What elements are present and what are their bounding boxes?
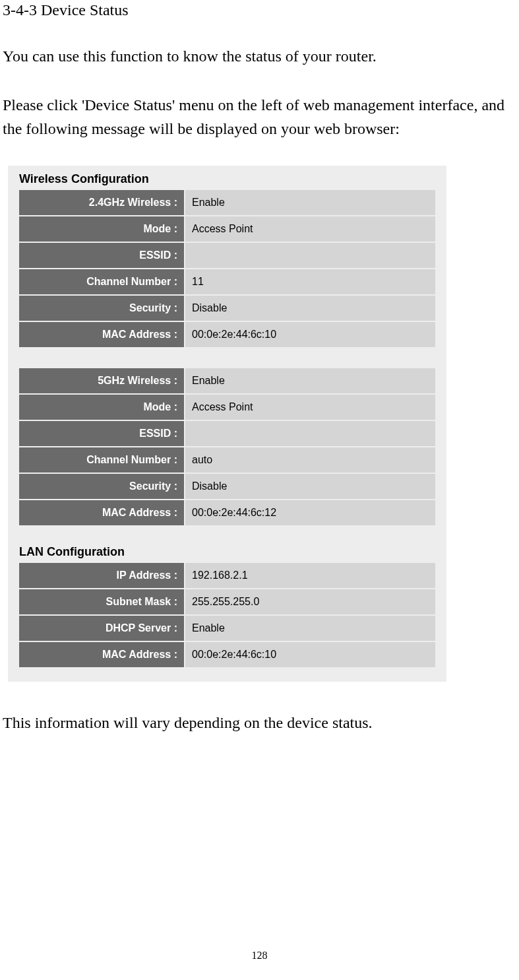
label-24ghz-mac: MAC Address : — [19, 322, 184, 347]
closing-text: This information will vary depending on … — [3, 711, 516, 735]
label-24ghz-essid: ESSID : — [19, 243, 184, 268]
table-row: ESSID : — [19, 421, 435, 446]
label-5ghz-wireless: 5GHz Wireless : — [19, 368, 184, 393]
label-lan-subnet: Subnet Mask : — [19, 589, 184, 614]
table-row: 2.4GHz Wireless : Enable — [19, 190, 435, 215]
router-config-screenshot: Wireless Configuration 2.4GHz Wireless :… — [8, 166, 446, 682]
value-24ghz-channel: 11 — [185, 269, 435, 294]
lan-config-table: IP Address : 192.168.2.1 Subnet Mask : 2… — [18, 562, 437, 669]
value-lan-mac: 00:0e:2e:44:6c:10 — [185, 642, 435, 667]
value-lan-subnet: 255.255.255.0 — [185, 589, 435, 614]
value-24ghz-mac: 00:0e:2e:44:6c:10 — [185, 322, 435, 347]
value-5ghz-security: Disable — [185, 474, 435, 499]
lan-config-header: LAN Configuration — [19, 545, 437, 559]
table-row: Subnet Mask : 255.255.255.0 — [19, 589, 435, 614]
intro-text: You can use this function to know the st… — [3, 44, 516, 68]
instruction-text: Please click 'Device Status' menu on the… — [3, 93, 516, 141]
value-24ghz-mode: Access Point — [185, 216, 435, 242]
wireless-5ghz-table: 5GHz Wireless : Enable Mode : Access Poi… — [18, 367, 437, 527]
label-5ghz-channel: Channel Number : — [19, 447, 184, 473]
wireless-24ghz-table: 2.4GHz Wireless : Enable Mode : Access P… — [18, 189, 437, 348]
table-row: 5GHz Wireless : Enable — [19, 368, 435, 393]
value-5ghz-mac: 00:0e:2e:44:6c:12 — [185, 500, 435, 525]
table-row: Channel Number : 11 — [19, 269, 435, 294]
value-24ghz-security: Disable — [185, 296, 435, 321]
value-5ghz-mode: Access Point — [185, 395, 435, 420]
value-5ghz-channel: auto — [185, 447, 435, 473]
value-lan-ip: 192.168.2.1 — [185, 563, 435, 588]
label-lan-mac: MAC Address : — [19, 642, 184, 667]
table-row: Security : Disable — [19, 474, 435, 499]
label-5ghz-essid: ESSID : — [19, 421, 184, 446]
label-5ghz-mac: MAC Address : — [19, 500, 184, 525]
label-5ghz-security: Security : — [19, 474, 184, 499]
label-24ghz-security: Security : — [19, 296, 184, 321]
table-row: Mode : Access Point — [19, 395, 435, 420]
value-24ghz-wireless: Enable — [185, 190, 435, 215]
table-row: MAC Address : 00:0e:2e:44:6c:10 — [19, 642, 435, 667]
table-row: Channel Number : auto — [19, 447, 435, 473]
label-lan-ip: IP Address : — [19, 563, 184, 588]
section-title: 3-4-3 Device Status — [3, 1, 516, 19]
label-lan-dhcp: DHCP Server : — [19, 616, 184, 641]
value-lan-dhcp: Enable — [185, 616, 435, 641]
page-number: 128 — [0, 950, 519, 962]
label-24ghz-wireless: 2.4GHz Wireless : — [19, 190, 184, 215]
table-row: Security : Disable — [19, 296, 435, 321]
table-row: IP Address : 192.168.2.1 — [19, 563, 435, 588]
value-5ghz-essid — [185, 421, 435, 446]
value-5ghz-wireless: Enable — [185, 368, 435, 393]
table-row: MAC Address : 00:0e:2e:44:6c:10 — [19, 322, 435, 347]
table-row: DHCP Server : Enable — [19, 616, 435, 641]
table-row: ESSID : — [19, 243, 435, 268]
label-5ghz-mode: Mode : — [19, 395, 184, 420]
label-24ghz-channel: Channel Number : — [19, 269, 184, 294]
wireless-config-header: Wireless Configuration — [19, 172, 437, 186]
value-24ghz-essid — [185, 243, 435, 268]
table-row: Mode : Access Point — [19, 216, 435, 242]
label-24ghz-mode: Mode : — [19, 216, 184, 242]
table-row: MAC Address : 00:0e:2e:44:6c:12 — [19, 500, 435, 525]
